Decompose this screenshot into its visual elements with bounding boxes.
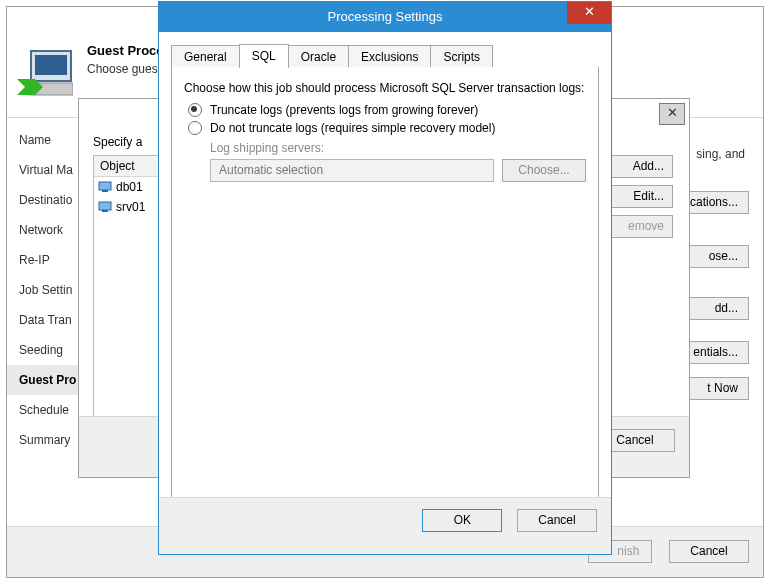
cancel-button[interactable]: Cancel: [669, 540, 749, 563]
dialog-title: Processing Settings: [159, 2, 611, 32]
wizard-subtitle: Choose gues: [87, 62, 158, 76]
processing-settings-dialog: Processing Settings ✕ GeneralSQLOracleEx…: [158, 1, 612, 555]
svg-rect-5: [102, 190, 108, 192]
close-icon[interactable]: ✕: [567, 2, 611, 24]
vm-icon: [98, 201, 112, 213]
close-icon[interactable]: ✕: [659, 103, 685, 125]
sql-tab-pane: Choose how this job should process Micro…: [171, 67, 599, 502]
svg-rect-6: [99, 202, 111, 210]
svg-rect-1: [35, 55, 67, 75]
tab-sql[interactable]: SQL: [239, 44, 289, 68]
radio-truncate-label: Truncate logs (prevents logs from growin…: [210, 103, 478, 117]
radio-dot-icon: [188, 103, 202, 117]
tab-oracle[interactable]: Oracle: [288, 45, 349, 68]
right-text-fragment: sing, and: [696, 147, 745, 161]
sql-lead-text: Choose how this job should process Micro…: [184, 81, 586, 95]
tab-general[interactable]: General: [171, 45, 240, 68]
object-list-header: Object: [94, 156, 162, 177]
vm-icon: [98, 181, 112, 193]
radio-no-truncate-label: Do not truncate logs (requires simple re…: [210, 121, 495, 135]
radio-no-truncate[interactable]: Do not truncate logs (requires simple re…: [184, 121, 586, 135]
svg-rect-7: [102, 210, 108, 212]
cancel-button[interactable]: Cancel: [517, 509, 597, 532]
guest-processing-icon: [17, 49, 73, 103]
dialog-footer: OK Cancel: [159, 497, 611, 554]
radio-dot-icon: [188, 121, 202, 135]
list-item[interactable]: db01: [94, 177, 162, 197]
svg-rect-4: [99, 182, 111, 190]
tab-bar: GeneralSQLOracleExclusionsScripts: [171, 44, 599, 68]
ok-button[interactable]: OK: [422, 509, 502, 532]
choose-button[interactable]: Choose...: [502, 159, 586, 182]
tab-scripts[interactable]: Scripts: [430, 45, 493, 68]
log-shipping-field: Automatic selection: [210, 159, 494, 182]
log-shipping-label: Log shipping servers:: [210, 141, 586, 155]
list-item[interactable]: srv01: [94, 197, 162, 217]
radio-truncate[interactable]: Truncate logs (prevents logs from growin…: [184, 103, 586, 117]
wizard-title: Guest Proce: [87, 43, 164, 58]
tab-exclusions[interactable]: Exclusions: [348, 45, 431, 68]
